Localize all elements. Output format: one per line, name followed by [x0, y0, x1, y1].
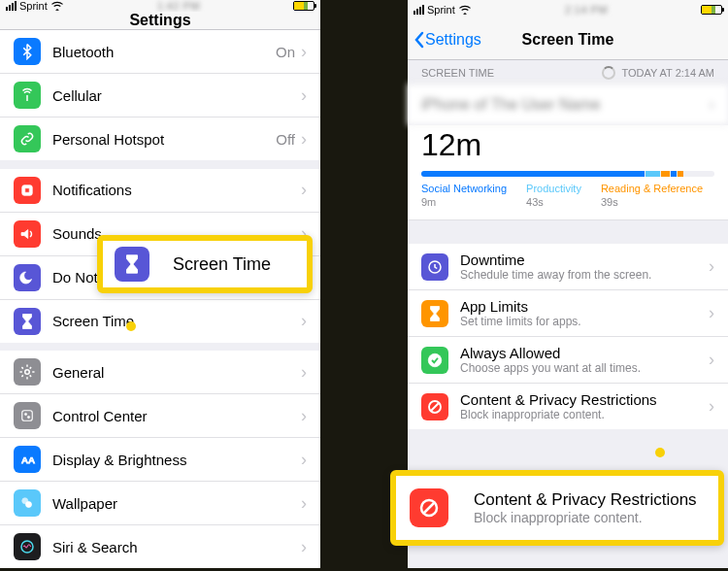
usage-bar: [421, 171, 714, 177]
row-value: Off: [276, 131, 295, 148]
row-title: Content & Privacy Restrictions: [460, 391, 709, 408]
page-title: Settings: [129, 12, 190, 29]
signal-icon: [6, 1, 17, 11]
siri-icon: [14, 533, 41, 560]
row-subtitle: Choose apps you want at all times.: [460, 361, 709, 375]
legend-label: Social Networking: [421, 183, 507, 194]
row-title: Downtime: [460, 252, 709, 268]
check-icon: [421, 347, 448, 374]
nosign-icon: [410, 488, 448, 527]
svg-rect-1: [25, 187, 30, 192]
device-row[interactable]: iPhone of The User Name ›: [408, 84, 728, 125]
row-title: App Limits: [460, 298, 709, 315]
nav-header: Settings Screen Time: [408, 19, 728, 60]
row-label: Wallpaper: [52, 495, 301, 512]
sound-icon: [14, 220, 41, 248]
callout-title: Content & Privacy Restrictions: [474, 490, 697, 510]
callout-screen-time: Screen Time: [97, 235, 313, 293]
row-label: Notifications: [52, 182, 301, 198]
settings-row-display-brightness[interactable]: AADisplay & Brightness›: [0, 438, 320, 482]
bluetooth-icon: [14, 38, 41, 65]
legend-label: Productivity: [526, 183, 581, 194]
svg-line-13: [431, 403, 439, 411]
row-subtitle: Block inappropriate content.: [460, 408, 709, 421]
usage-legend: Social Networking9mProductivity43sReadin…: [408, 183, 728, 220]
svg-line-15: [424, 503, 434, 513]
settings-row-content-privacy-restrictions[interactable]: Content & Privacy RestrictionsBlock inap…: [408, 384, 728, 429]
status-bar: Sprint 2:14 PM: [408, 0, 728, 19]
downtime-icon: [421, 253, 448, 281]
chevron-right-icon: ›: [301, 362, 307, 383]
moon-icon: [14, 264, 41, 291]
highlight-dot: [126, 321, 136, 331]
settings-row-siri-search[interactable]: Siri & Search›: [0, 525, 320, 568]
nav-header: Settings: [0, 12, 320, 30]
settings-row-app-limits[interactable]: App LimitsSet time limits for apps.›: [408, 290, 728, 337]
clock-label: 2:14 PM: [565, 4, 608, 16]
chevron-right-icon: ›: [301, 42, 307, 62]
callout-content-privacy: Content & Privacy Restrictions Block ina…: [390, 470, 724, 546]
settings-row-general[interactable]: General›: [0, 351, 320, 394]
settings-row-cellular[interactable]: Cellular›: [0, 74, 320, 118]
section-label: SCREEN TIME: [421, 67, 494, 79]
total-time: 12m: [408, 125, 728, 171]
hourglass-icon: [115, 247, 149, 282]
svg-point-4: [24, 413, 26, 415]
chevron-right-icon: ›: [709, 303, 714, 323]
updated-label: Today at 2:14 AM: [621, 67, 714, 79]
chevron-right-icon: ›: [301, 450, 307, 470]
brightness-icon: AA: [14, 446, 41, 473]
row-subtitle: Set time limits for apps.: [460, 315, 709, 328]
chevron-right-icon: ›: [301, 406, 307, 426]
back-button[interactable]: Settings: [414, 31, 481, 49]
row-value: On: [276, 44, 295, 60]
wallpaper-icon: [14, 489, 41, 517]
spinner-icon: [602, 66, 615, 80]
settings-row-personal-hotspot[interactable]: Personal HotspotOff›: [0, 118, 320, 160]
callout-label: Screen Time: [173, 254, 271, 275]
row-label: Siri & Search: [52, 539, 301, 555]
sliders-icon: [14, 402, 41, 429]
row-label: Screen Time: [52, 313, 301, 329]
chevron-right-icon: ›: [301, 311, 307, 331]
svg-text:AA: AA: [21, 454, 35, 465]
row-label: Display & Brightness: [52, 452, 301, 468]
legend-value: 39s: [601, 196, 703, 208]
chevron-right-icon: ›: [301, 180, 307, 200]
settings-row-downtime[interactable]: DowntimeSchedule time away from the scre…: [408, 244, 728, 290]
row-label: Control Center: [52, 408, 301, 424]
back-label: Settings: [425, 31, 481, 49]
row-label: Personal Hotspot: [52, 131, 276, 148]
row-subtitle: Schedule time away from the screen.: [460, 268, 709, 282]
carrier-label: Sprint: [19, 0, 48, 12]
settings-row-bluetooth[interactable]: BluetoothOn›: [0, 30, 320, 74]
link-icon: [14, 125, 41, 152]
svg-rect-3: [22, 411, 33, 421]
svg-point-2: [25, 370, 30, 375]
hourglass-icon: [14, 308, 41, 335]
nosign-icon: [421, 393, 448, 420]
chevron-left-icon: [414, 31, 425, 49]
hourglass-icon: [421, 300, 448, 327]
wifi-icon: [50, 1, 64, 11]
row-label: Cellular: [52, 87, 301, 104]
legend-value: 9m: [421, 196, 507, 208]
bell-icon: [14, 177, 41, 204]
settings-row-wallpaper[interactable]: Wallpaper›: [0, 482, 320, 525]
device-name: iPhone of The User Name: [421, 96, 601, 114]
svg-point-5: [27, 416, 29, 418]
settings-row-control-center[interactable]: Control Center›: [0, 394, 320, 438]
section-header: SCREEN TIME Today at 2:14 AM: [408, 60, 728, 84]
row-label: General: [52, 364, 301, 381]
settings-row-screen-time[interactable]: Screen Time›: [0, 300, 320, 343]
settings-row-notifications[interactable]: Notifications›: [0, 169, 320, 213]
battery-icon: [293, 1, 314, 11]
row-title: Always Allowed: [460, 345, 709, 361]
page-title: Screen Time: [522, 31, 614, 49]
settings-row-always-allowed[interactable]: Always AllowedChoose apps you want at al…: [408, 337, 728, 384]
chevron-right-icon: ›: [301, 129, 307, 150]
battery-icon: [701, 5, 722, 15]
chevron-right-icon: ›: [301, 85, 307, 106]
row-label: Bluetooth: [52, 44, 276, 60]
gear-icon: [14, 358, 41, 386]
